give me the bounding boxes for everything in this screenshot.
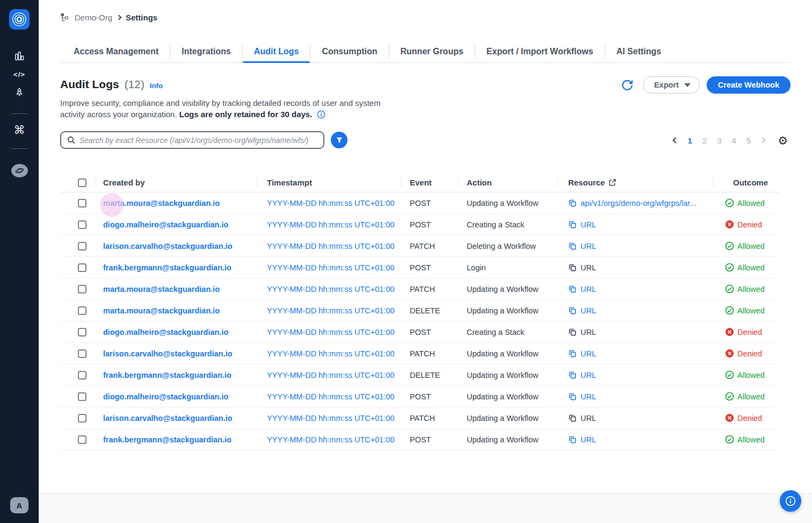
- app: </> ⌘ A: [0, 0, 812, 523]
- row-checkbox[interactable]: [78, 435, 86, 444]
- copy-icon[interactable]: [568, 392, 577, 401]
- row-checkbox[interactable]: [78, 349, 86, 358]
- created-by-link[interactable]: diogo.malheiro@stackguardian.io: [103, 392, 228, 401]
- command-palette-icon[interactable]: ⌘: [14, 124, 25, 137]
- created-by-cell: frank.bergmann@stackguardian.io: [96, 371, 257, 379]
- page-1[interactable]: 1: [687, 136, 692, 145]
- row-checkbox[interactable]: [78, 220, 86, 229]
- code-icon[interactable]: </>: [10, 65, 29, 83]
- copy-icon[interactable]: [568, 242, 577, 250]
- table-row: diogo.malheiro@stackguardian.ioYYYY-MM-D…: [60, 321, 780, 343]
- help-button[interactable]: [780, 490, 801, 512]
- copy-icon[interactable]: [568, 220, 577, 229]
- created-by-link[interactable]: larison.carvalho@stackguardian.io: [103, 349, 233, 358]
- retention-note: Logs are only retained for 30 days.: [179, 110, 313, 119]
- outcome-cell: Denied: [713, 220, 780, 229]
- tab-label: Consumption: [322, 47, 377, 56]
- row-checkbox[interactable]: [78, 263, 86, 272]
- row-checkbox[interactable]: [78, 371, 86, 379]
- dashboard-bar-chart-icon[interactable]: [10, 47, 29, 65]
- created-by-link[interactable]: diogo.malheiro@stackguardian.io: [103, 328, 228, 336]
- resource-link[interactable]: URL: [581, 435, 596, 444]
- page-2[interactable]: 2: [702, 136, 707, 145]
- created-by-link[interactable]: frank.bergmann@stackguardian.io: [103, 371, 231, 379]
- action-text: Updating a Workflow: [467, 371, 539, 379]
- created-by-link[interactable]: marta.moura@stackguardian.io: [103, 285, 220, 293]
- breadcrumb-org[interactable]: Demo-Org: [75, 13, 112, 22]
- previous-page-icon[interactable]: [673, 137, 679, 143]
- info-circle-icon[interactable]: [317, 110, 325, 119]
- created-by-link[interactable]: larison.carvalho@stackguardian.io: [103, 242, 233, 250]
- next-page-icon[interactable]: [760, 137, 766, 143]
- event-text: PATCH: [410, 414, 435, 422]
- row-checkbox[interactable]: [78, 414, 86, 422]
- row-checkbox[interactable]: [78, 242, 86, 250]
- copy-icon[interactable]: [568, 349, 577, 358]
- copy-icon[interactable]: [568, 306, 577, 315]
- x-circle-icon: [725, 220, 734, 229]
- info-link[interactable]: Info: [150, 82, 163, 90]
- copy-icon[interactable]: [568, 263, 577, 272]
- resource-link[interactable]: URL: [581, 242, 596, 250]
- resource-link[interactable]: URL: [581, 285, 596, 293]
- resource-link[interactable]: URL: [581, 263, 596, 272]
- planet-badge-icon[interactable]: [11, 164, 28, 177]
- created-by-link[interactable]: marta.moura@stackguardian.io: [103, 306, 220, 315]
- outcome-text: Allowed: [737, 285, 765, 293]
- user-avatar[interactable]: A: [10, 497, 28, 513]
- created-by-cell: diogo.malheiro@stackguardian.io: [96, 328, 257, 336]
- copy-icon[interactable]: [568, 199, 577, 207]
- copy-icon[interactable]: [568, 435, 577, 444]
- tab-integrations[interactable]: Integrations: [170, 40, 242, 63]
- external-link-icon[interactable]: [608, 178, 617, 187]
- created-by-link[interactable]: frank.bergmann@stackguardian.io: [103, 263, 231, 272]
- created-by-link[interactable]: marta.moura@stackguardian.io: [103, 199, 220, 207]
- app-logo-icon[interactable]: [9, 9, 30, 30]
- row-checkbox-cell: [60, 285, 96, 293]
- outcome-cell: Allowed: [713, 198, 780, 207]
- tab-audit-logs[interactable]: Audit Logs: [243, 40, 310, 63]
- page-4[interactable]: 4: [731, 136, 736, 145]
- row-checkbox[interactable]: [78, 285, 86, 293]
- resource-link[interactable]: api/v1/orgs/demo-org/wfgrps/lar...: [581, 199, 696, 207]
- action-cell: Updating a Workflow: [458, 306, 557, 315]
- resource-link[interactable]: URL: [581, 392, 596, 401]
- tab-runner-groups[interactable]: Runner Groups: [389, 40, 475, 63]
- row-checkbox[interactable]: [78, 199, 86, 207]
- created-by-link[interactable]: frank.bergmann@stackguardian.io: [103, 435, 231, 444]
- resource-link[interactable]: URL: [581, 414, 596, 422]
- create-webhook-button[interactable]: Create Webhook: [707, 76, 791, 94]
- page-5[interactable]: 5: [746, 136, 751, 145]
- row-checkbox[interactable]: [78, 392, 86, 401]
- filter-button[interactable]: [331, 132, 347, 148]
- action-cell: Login: [458, 263, 557, 272]
- tab-consumption[interactable]: Consumption: [310, 40, 388, 63]
- table-settings-gear-icon[interactable]: ⚙: [778, 135, 788, 146]
- copy-icon[interactable]: [568, 414, 577, 422]
- copy-icon[interactable]: [568, 371, 577, 379]
- resource: URL: [568, 306, 713, 315]
- check-circle-icon: [725, 263, 734, 272]
- refresh-button[interactable]: [619, 76, 636, 94]
- copy-icon[interactable]: [568, 328, 577, 336]
- row-checkbox[interactable]: [78, 306, 86, 315]
- tab-access-management[interactable]: Access Management: [62, 40, 170, 63]
- resource-link[interactable]: URL: [581, 371, 596, 379]
- resource-link[interactable]: URL: [581, 328, 596, 336]
- created-by-link[interactable]: diogo.malheiro@stackguardian.io: [103, 220, 228, 229]
- resource-link[interactable]: URL: [581, 349, 596, 358]
- row-checkbox-cell: [60, 199, 96, 207]
- tab-export-import-workflows[interactable]: Export / Import Workflows: [475, 40, 605, 63]
- row-checkbox[interactable]: [78, 328, 86, 336]
- check-circle-icon: [725, 198, 734, 207]
- created-by-link[interactable]: larison.carvalho@stackguardian.io: [103, 414, 233, 422]
- page-3[interactable]: 3: [717, 136, 721, 145]
- tab-ai-settings[interactable]: AI Settings: [605, 40, 673, 63]
- search-input[interactable]: [79, 136, 318, 145]
- copy-icon[interactable]: [568, 285, 577, 293]
- select-all-checkbox[interactable]: [78, 178, 86, 187]
- export-button[interactable]: Export: [643, 76, 700, 94]
- resource-link[interactable]: URL: [581, 220, 596, 229]
- resource-link[interactable]: URL: [581, 306, 596, 315]
- rocket-icon[interactable]: [10, 83, 29, 102]
